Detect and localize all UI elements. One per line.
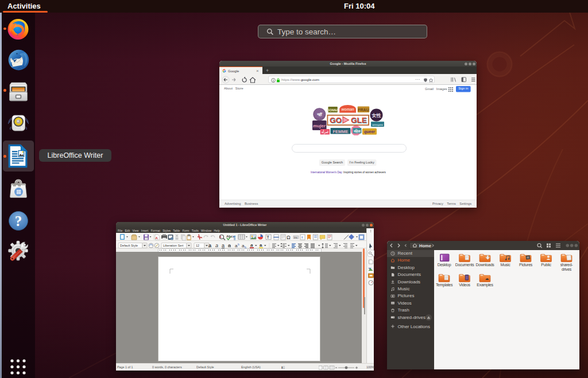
svg-text:A: A <box>156 236 158 240</box>
svg-text:FEMME: FEMME <box>332 129 348 134</box>
svg-text:b: b <box>238 243 239 246</box>
svg-text:Liberation Seri: Liberation Seri <box>163 244 183 247</box>
svg-text:ins: ins <box>294 236 298 239</box>
svg-text:женщина: женщина <box>372 123 383 126</box>
svg-text:¶: ¶ <box>233 235 236 240</box>
svg-text:12: 12 <box>196 244 199 247</box>
svg-text:महिला: महिला <box>353 128 361 133</box>
svg-text:GO: GO <box>330 116 342 124</box>
svg-text:woman: woman <box>341 107 354 111</box>
svg-text:a: a <box>222 243 225 248</box>
svg-text:?: ? <box>14 213 22 229</box>
svg-text:नहीं: नहीं <box>316 112 322 116</box>
svg-text:A: A <box>219 235 222 239</box>
svg-text:a: a <box>215 243 218 248</box>
svg-text:امرأة: امرأة <box>322 130 328 134</box>
svg-text:a: a <box>260 243 262 248</box>
svg-text:a: a <box>208 243 212 248</box>
svg-text:a: a <box>228 243 231 248</box>
svg-text:GLE: GLE <box>351 116 367 124</box>
svg-text:DONNA: DONNA <box>327 108 339 112</box>
svg-text:FRAU: FRAU <box>358 108 369 112</box>
svg-text:T: T <box>267 235 270 239</box>
svg-text:mujer: mujer <box>313 123 326 128</box>
svg-text:†: † <box>301 236 303 239</box>
svg-text:a: a <box>250 243 253 248</box>
svg-text:Home: Home <box>419 243 431 248</box>
svg-text:女性: 女性 <box>372 113 382 118</box>
svg-text:queer: queer <box>364 130 376 134</box>
svg-text:Ω: Ω <box>287 235 291 240</box>
svg-text:Default Style: Default Style <box>120 244 138 247</box>
